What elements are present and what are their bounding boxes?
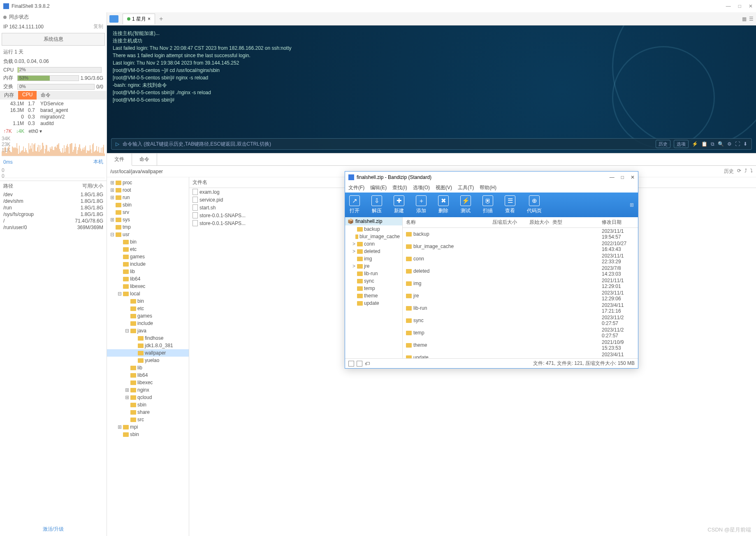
menu-item[interactable]: 编辑(E) <box>370 184 387 191</box>
tree-item[interactable]: games <box>107 253 189 260</box>
bz-file-row[interactable]: update2023/4/11 17:21:27 <box>403 351 638 358</box>
tree-item[interactable]: bin <box>107 238 189 246</box>
maximize-button[interactable]: □ <box>621 174 624 180</box>
toolbar-解压[interactable]: ⇩解压 <box>371 195 382 214</box>
bz-tree-item[interactable]: >jre <box>345 262 402 270</box>
tree-item[interactable]: ⊞root <box>107 186 189 194</box>
menu-item[interactable]: 视图(V) <box>436 184 452 191</box>
bandizip-file-list[interactable]: 名称 压缩后大小 原始大小 类型 修改日期 backup2023/11/1 19… <box>403 217 638 358</box>
net-iface[interactable]: eth0 ▾ <box>28 128 42 134</box>
toolbar-扫描[interactable]: ⛨扫描 <box>482 195 493 214</box>
copy-button[interactable]: 复制 <box>93 23 103 30</box>
tree-item[interactable]: findhose <box>107 334 189 342</box>
terminal[interactable]: 连接主机(智能加速)...连接主机成功Last failed login: Th… <box>107 26 756 153</box>
tab-commands[interactable]: 命令 <box>132 153 157 165</box>
bz-tree-item[interactable]: blur_image_cache <box>345 233 402 240</box>
download-icon[interactable]: ⤵ <box>750 168 753 175</box>
download-icon[interactable]: ⬇ <box>743 140 747 148</box>
tree-item[interactable]: ⊞mpi <box>107 423 189 431</box>
bz-file-row[interactable]: deleted2023/7/8 14:23:03 <box>403 265 638 277</box>
tree-item[interactable]: lib <box>107 364 189 371</box>
process-row[interactable]: 1.1M0.3auditd <box>3 120 103 127</box>
tree-item[interactable]: ⊞proc <box>107 179 189 186</box>
bz-file-row[interactable]: conn2023/11/1 22:33:29 <box>403 253 638 265</box>
upload-icon[interactable]: ⤴ <box>744 168 747 175</box>
bz-file-row[interactable]: theme2021/10/9 15:23:53 <box>403 339 638 351</box>
tree-item[interactable]: include <box>107 320 189 327</box>
toolbar-测试[interactable]: ⚡测试 <box>460 195 471 214</box>
tree-item[interactable]: etc <box>107 246 189 253</box>
disk-row[interactable]: /dev1.8G/1.8G <box>0 191 107 198</box>
tree-item[interactable]: ⊟java <box>107 327 189 334</box>
maximize-button[interactable]: □ <box>738 3 741 9</box>
archive-root[interactable]: 📦 finalshell.zip <box>345 217 402 225</box>
clipboard-icon[interactable]: 📋 <box>701 140 707 148</box>
view-icon[interactable] <box>348 361 354 367</box>
tree-item[interactable]: jdk1.8.0_381 <box>107 342 189 349</box>
tree-item[interactable]: lib <box>107 268 189 275</box>
bandizip-window[interactable]: finalshell.zip - Bandizip (Standard) — □… <box>345 171 638 369</box>
tab-mem[interactable]: 内存 <box>0 91 18 100</box>
folder-icon[interactable] <box>109 15 118 23</box>
tree-item[interactable]: tmp <box>107 223 189 231</box>
toolbar-添加[interactable]: ＋添加 <box>416 195 427 214</box>
close-button[interactable]: ✕ <box>631 174 635 180</box>
tree-item[interactable]: ⊟local <box>107 290 189 297</box>
bz-file-row[interactable]: lib-run2023/4/11 17:21:16 <box>403 302 638 314</box>
close-button[interactable]: ✕ <box>749 3 753 9</box>
bz-file-row[interactable]: temp2023/11/2 0:27:57 <box>403 327 638 339</box>
bz-tree-item[interactable]: img <box>345 255 402 262</box>
tree-item[interactable]: libexec <box>107 379 189 386</box>
tab-files[interactable]: 文件 <box>107 153 132 166</box>
toolbar-查看[interactable]: ☰查看 <box>505 195 515 214</box>
tree-item[interactable]: ⊞run <box>107 194 189 201</box>
bandizip-titlebar[interactable]: finalshell.zip - Bandizip (Standard) — □… <box>345 172 638 183</box>
tree-item[interactable]: games <box>107 312 189 320</box>
minimize-button[interactable]: — <box>726 3 731 9</box>
history-label[interactable]: 历史 <box>724 168 734 175</box>
tree-item[interactable]: etc <box>107 305 189 312</box>
activate-link[interactable]: 激活/升级 <box>0 522 107 536</box>
bz-tree-item[interactable]: lib-run <box>345 270 402 277</box>
bz-tree-item[interactable]: >conn <box>345 240 402 248</box>
grid-view-icon[interactable]: ▦ <box>742 16 747 22</box>
tree-item[interactable]: ⊟usr <box>107 231 189 238</box>
bolt-icon[interactable]: ⚡ <box>692 140 698 148</box>
bz-tree-item[interactable]: temp <box>345 285 402 292</box>
bz-file-row[interactable]: img2021/11/1 12:29:01 <box>403 277 638 290</box>
grid-icon[interactable]: ⊞ <box>630 202 634 208</box>
disk-row[interactable]: /sys/fs/cgroup1.8G/1.8G <box>0 211 107 218</box>
process-row[interactable]: 43.1M1.7YDService <box>3 100 103 107</box>
tree-item[interactable]: ⊞qcloud <box>107 394 189 401</box>
menu-item[interactable]: 工具(T) <box>458 184 474 191</box>
toolbar-代码页[interactable]: ⊕代码页 <box>527 195 542 214</box>
process-row[interactable]: 16.3M0.7barad_agent <box>3 107 103 114</box>
process-row[interactable]: 00.3migration/2 <box>3 114 103 120</box>
tree-item[interactable]: sbin <box>107 201 189 209</box>
tab-cpu[interactable]: CPU <box>18 91 37 100</box>
menu-item[interactable]: 查找(I) <box>392 184 407 191</box>
bz-tree-item[interactable]: update <box>345 299 402 307</box>
tab-connection[interactable]: 1 星月 × <box>123 14 155 24</box>
menu-item[interactable]: 选项(O) <box>413 184 430 191</box>
tree-item[interactable]: ⊞sys <box>107 216 189 223</box>
bz-tree-item[interactable]: >deleted <box>345 248 402 255</box>
bandizip-list-header[interactable]: 名称 压缩后大小 原始大小 类型 修改日期 <box>403 217 638 228</box>
options-button[interactable]: 选项 <box>674 140 689 149</box>
tree-item[interactable]: srv <box>107 209 189 216</box>
copy-icon[interactable]: ⧉ <box>711 140 714 148</box>
bz-file-row[interactable]: backup2023/11/1 19:54:57 <box>403 228 638 240</box>
tree-item[interactable]: include <box>107 260 189 268</box>
disk-row[interactable]: /dev/shm1.8G/1.8G <box>0 198 107 204</box>
bz-tree-item[interactable]: sync <box>345 277 402 285</box>
disk-row[interactable]: /run1.8G/1.8G <box>0 204 107 211</box>
close-icon[interactable]: × <box>148 16 151 22</box>
tree-item[interactable]: share <box>107 408 189 416</box>
tree-item[interactable]: sbin <box>107 431 189 438</box>
bz-tree-item[interactable]: theme <box>345 292 402 299</box>
cwd-label[interactable]: /usr/local/java/wallpaper <box>110 169 163 174</box>
minimize-button[interactable]: — <box>610 174 615 180</box>
history-button[interactable]: 历史 <box>656 140 670 149</box>
tree-item[interactable]: lib64 <box>107 371 189 379</box>
toolbar-删除[interactable]: ✖删除 <box>438 195 449 214</box>
